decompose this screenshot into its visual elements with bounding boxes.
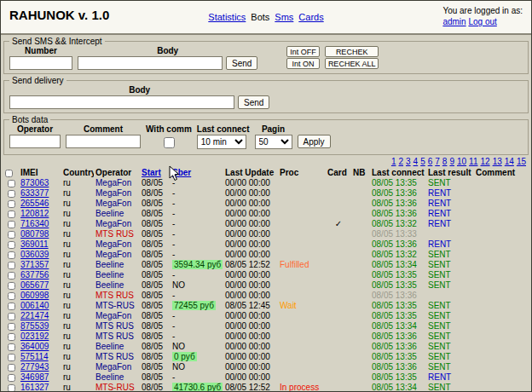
page-link-8[interactable]: 8 xyxy=(442,157,448,166)
sms-body-input[interactable] xyxy=(78,56,223,70)
row-checkbox[interactable] xyxy=(8,262,15,269)
delivery-body-input[interactable] xyxy=(9,95,234,109)
col-select[interactable] xyxy=(3,167,19,178)
apply-button[interactable]: Apply xyxy=(298,135,331,148)
with-comm-checkbox[interactable] xyxy=(164,137,175,148)
row-checkbox[interactable] xyxy=(8,333,15,341)
row-select[interactable] xyxy=(3,342,19,352)
imei-link[interactable]: 080798 xyxy=(20,229,49,239)
select-all-checkbox[interactable] xyxy=(5,170,13,177)
row-checkbox[interactable] xyxy=(8,323,15,331)
row-checkbox[interactable] xyxy=(8,343,15,351)
page-link-1[interactable]: 1 xyxy=(391,157,396,166)
imei-link[interactable]: 060998 xyxy=(20,291,49,300)
row-select[interactable] xyxy=(3,229,19,239)
send-delivery-button[interactable]: Send xyxy=(238,95,269,109)
logout-link[interactable]: Log out xyxy=(468,17,496,26)
imei-link[interactable]: 369011 xyxy=(20,239,49,249)
row-checkbox[interactable] xyxy=(8,292,15,300)
row-checkbox[interactable] xyxy=(8,303,15,310)
sort-sber[interactable]: Sber xyxy=(172,168,191,177)
imei-link[interactable]: 161327 xyxy=(20,383,49,392)
imei-link[interactable]: 875539 xyxy=(20,321,49,331)
row-select[interactable] xyxy=(3,270,19,280)
row-checkbox[interactable] xyxy=(8,272,15,280)
page-link-4[interactable]: 4 xyxy=(413,157,419,166)
row-select[interactable] xyxy=(3,280,19,291)
imei-link[interactable]: 873063 xyxy=(20,178,49,187)
imei-link[interactable]: 637756 xyxy=(20,270,49,280)
imei-link[interactable]: 120812 xyxy=(20,209,49,218)
page-link-10[interactable]: 10 xyxy=(457,157,466,166)
imei-link[interactable]: 036039 xyxy=(20,250,49,259)
row-checkbox[interactable] xyxy=(8,313,15,320)
row-select[interactable] xyxy=(3,209,19,219)
row-checkbox[interactable] xyxy=(8,282,15,290)
page-link-2[interactable]: 2 xyxy=(398,157,403,166)
int-off-button[interactable]: Int OFF xyxy=(286,46,320,57)
row-select[interactable] xyxy=(3,321,19,331)
row-checkbox[interactable] xyxy=(8,190,15,198)
row-select[interactable] xyxy=(3,219,19,229)
row-select[interactable] xyxy=(3,331,19,342)
operator-filter-input[interactable] xyxy=(9,135,61,148)
row-select[interactable] xyxy=(3,362,19,372)
row-select[interactable] xyxy=(3,291,19,301)
imei-link[interactable]: 371357 xyxy=(20,260,49,269)
row-checkbox[interactable] xyxy=(8,384,15,392)
row-checkbox[interactable] xyxy=(8,241,15,249)
row-select[interactable] xyxy=(3,301,19,311)
pagin-select[interactable]: 50 xyxy=(255,135,292,149)
row-select[interactable] xyxy=(3,352,19,362)
imei-link[interactable]: 023192 xyxy=(20,331,49,341)
page-link-11[interactable]: 11 xyxy=(469,157,477,166)
nav-statistics[interactable]: Statistics xyxy=(208,12,246,22)
imei-link[interactable]: 065677 xyxy=(20,280,49,290)
row-checkbox[interactable] xyxy=(8,210,15,218)
comment-filter-input[interactable] xyxy=(66,135,141,148)
row-select[interactable] xyxy=(3,372,19,383)
row-select[interactable] xyxy=(3,188,19,199)
row-select[interactable] xyxy=(3,239,19,250)
rechek-all-button[interactable]: RECHEK ALL xyxy=(325,58,379,69)
imei-link[interactable]: 277943 xyxy=(20,362,49,372)
user-link[interactable]: admin xyxy=(442,17,466,26)
imei-link[interactable]: 006140 xyxy=(20,301,49,310)
imei-link[interactable]: 221474 xyxy=(20,311,49,320)
imei-link[interactable]: 364009 xyxy=(20,342,49,351)
page-link-15[interactable]: 15 xyxy=(517,157,526,166)
row-checkbox[interactable] xyxy=(8,221,15,228)
page-link-3[interactable]: 3 xyxy=(406,157,411,166)
int-on-button[interactable]: Int ON xyxy=(286,58,320,69)
row-checkbox[interactable] xyxy=(8,374,15,382)
row-checkbox[interactable] xyxy=(8,251,15,259)
nav-sms[interactable]: Sms xyxy=(275,12,293,22)
col-sber[interactable]: Sber xyxy=(171,167,223,178)
row-select[interactable] xyxy=(3,383,19,392)
number-input[interactable] xyxy=(9,56,72,70)
sort-start[interactable]: Start xyxy=(142,168,161,177)
page-link-6[interactable]: 6 xyxy=(428,157,433,166)
row-checkbox[interactable] xyxy=(8,231,15,239)
nav-cards[interactable]: Cards xyxy=(298,12,323,22)
page-link-13[interactable]: 13 xyxy=(493,157,502,166)
imei-link[interactable]: 716340 xyxy=(20,219,49,228)
nav-bots[interactable]: Bots xyxy=(251,12,269,22)
page-link-5[interactable]: 5 xyxy=(420,157,425,166)
last-connect-select[interactable]: 10 min xyxy=(197,135,246,149)
page-link-7[interactable]: 7 xyxy=(435,157,440,166)
imei-link[interactable]: 265546 xyxy=(20,199,49,208)
imei-link[interactable]: 575114 xyxy=(20,352,49,361)
row-checkbox[interactable] xyxy=(8,364,15,372)
page-link-9[interactable]: 9 xyxy=(449,157,454,166)
send-sms-button[interactable]: Send xyxy=(226,56,257,70)
row-select[interactable] xyxy=(3,260,19,270)
rechek-button[interactable]: RECHEK xyxy=(325,46,379,57)
row-select[interactable] xyxy=(3,311,19,321)
imei-link[interactable]: 633377 xyxy=(20,188,49,198)
row-select[interactable] xyxy=(3,250,19,260)
row-select[interactable] xyxy=(3,178,19,188)
row-checkbox[interactable] xyxy=(8,200,15,208)
imei-link[interactable]: 346987 xyxy=(20,372,49,382)
page-link-12[interactable]: 12 xyxy=(481,157,490,166)
